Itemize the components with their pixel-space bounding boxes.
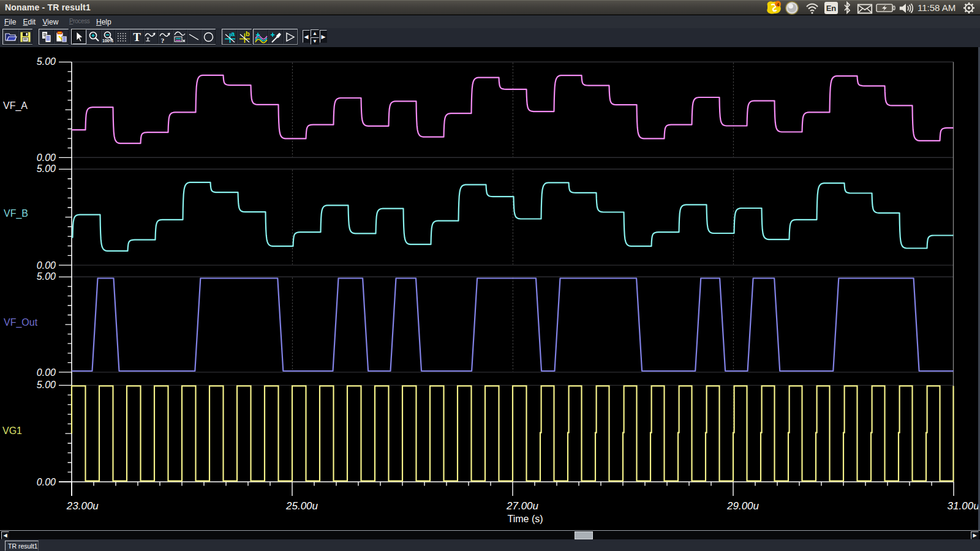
svg-text:VF_Out: VF_Out	[4, 317, 38, 328]
svg-text:0.00: 0.00	[37, 260, 56, 271]
svg-text:VF_B: VF_B	[4, 208, 28, 219]
svg-text:5.00: 5.00	[37, 56, 56, 67]
svg-text:25.00u: 25.00u	[285, 500, 318, 512]
svg-text:a: a	[231, 31, 235, 37]
svg-text:100%: 100%	[102, 39, 114, 43]
svg-text:0.00: 0.00	[37, 152, 56, 163]
svg-text:T: T	[133, 31, 141, 43]
svg-text:5.00: 5.00	[37, 163, 56, 174]
svg-text:VG1: VG1	[2, 425, 22, 436]
svg-text:23.00u: 23.00u	[66, 500, 99, 512]
svg-text:Time (s): Time (s)	[507, 514, 543, 524]
svg-text:5.00: 5.00	[37, 271, 56, 282]
svg-text:b: b	[246, 31, 250, 37]
svg-text:4: 4	[777, 2, 780, 7]
svg-text:27.00u: 27.00u	[506, 500, 539, 512]
svg-text:5.00: 5.00	[37, 380, 56, 390]
svg-text:31.00u: 31.00u	[948, 500, 980, 512]
svg-text:0.00: 0.00	[37, 477, 56, 487]
svg-text:VF_A: VF_A	[3, 100, 28, 111]
svg-text:0.00: 0.00	[37, 367, 56, 378]
svg-text:29.00u: 29.00u	[726, 500, 760, 512]
svg-text:?: ?	[160, 37, 164, 43]
